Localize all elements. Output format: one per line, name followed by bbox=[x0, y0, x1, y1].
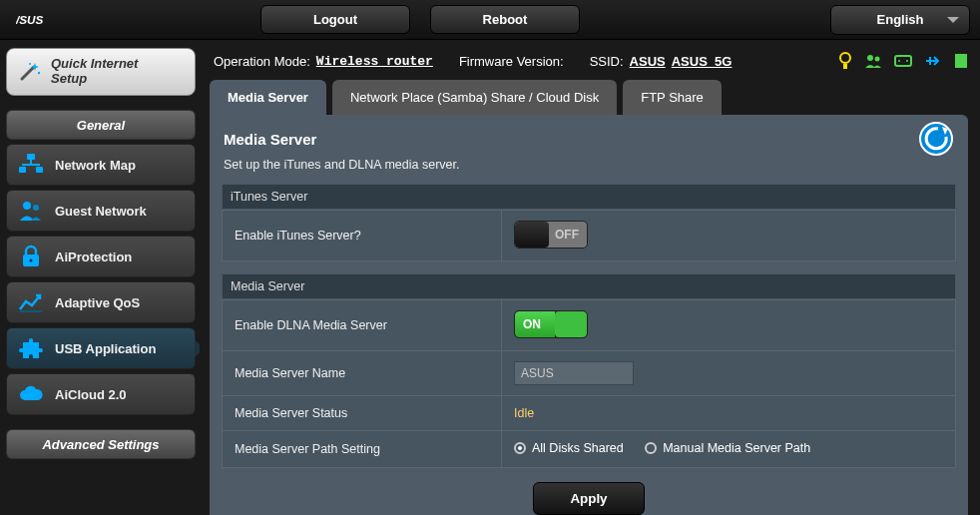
svg-point-16 bbox=[867, 55, 873, 61]
media-status-value: Idle bbox=[514, 406, 534, 420]
users-icon[interactable] bbox=[864, 53, 882, 69]
panel: Media Server Set up the iTunes and DLNA … bbox=[210, 115, 968, 515]
sidebar-item-network-map[interactable]: Network Map bbox=[6, 144, 196, 186]
sidebar-section-advanced: Advanced Settings bbox=[6, 429, 196, 459]
svg-point-17 bbox=[875, 57, 880, 62]
logout-button[interactable]: Logout bbox=[260, 5, 410, 34]
sidebar-item-adaptive-qos[interactable]: Adaptive QoS bbox=[6, 281, 196, 323]
svg-rect-4 bbox=[27, 154, 35, 160]
svg-point-10 bbox=[33, 205, 39, 211]
ssid-label: SSID: bbox=[590, 54, 624, 69]
svg-rect-18 bbox=[895, 56, 911, 66]
tab-samba-share[interactable]: Network Place (Samba) Share / Cloud Disk bbox=[332, 80, 617, 115]
itunes-toggle[interactable]: OFF bbox=[514, 221, 588, 249]
radio-icon bbox=[645, 442, 657, 454]
sidebar-item-label: AiProtection bbox=[55, 250, 132, 264]
sidebar-item-usb-application[interactable]: USB Application bbox=[6, 327, 196, 369]
qis-label-2: Setup bbox=[51, 72, 138, 87]
radio-all-disks[interactable]: All Disks Shared bbox=[514, 441, 624, 455]
svg-point-14 bbox=[840, 53, 850, 63]
panel-desc: Set up the iTunes and DLNA media server. bbox=[222, 158, 956, 184]
language-select[interactable]: English bbox=[830, 5, 970, 35]
svg-point-19 bbox=[898, 60, 900, 62]
fw-version-label: Firmware Version: bbox=[459, 54, 564, 69]
group-media-header: Media Server bbox=[222, 273, 956, 299]
reboot-button[interactable]: Reboot bbox=[430, 5, 580, 34]
media-name-input[interactable] bbox=[514, 361, 634, 385]
media-table: Enable DLNA Media Server ON Media Server… bbox=[222, 299, 956, 468]
dlna-enable-label: Enable DLNA Media Server bbox=[223, 300, 502, 351]
radio-label: All Disks Shared bbox=[532, 441, 624, 455]
chevron-down-icon bbox=[947, 17, 959, 23]
ssid1-value[interactable]: ASUS bbox=[630, 54, 666, 69]
media-status-label: Media Server Status bbox=[223, 396, 502, 431]
ssid2-value[interactable]: ASUS_5G bbox=[672, 54, 733, 69]
guest-network-icon bbox=[17, 197, 45, 225]
info-line: Operation Mode: Wireless router Firmware… bbox=[210, 48, 968, 80]
disk-icon[interactable] bbox=[954, 53, 968, 69]
language-select-label: English bbox=[877, 12, 924, 27]
radio-manual-path[interactable]: Manual Media Server Path bbox=[645, 441, 810, 455]
sidebar-item-label: AiCloud 2.0 bbox=[55, 387, 127, 402]
topbar: /SUS Logout Reboot English bbox=[0, 0, 980, 40]
tab-ftp-share[interactable]: FTP Share bbox=[623, 80, 722, 115]
panel-title: Media Server bbox=[222, 127, 956, 158]
toggle-off-label: OFF bbox=[555, 228, 579, 242]
svg-rect-7 bbox=[19, 167, 26, 173]
wand-icon bbox=[17, 60, 43, 84]
radio-icon bbox=[514, 442, 526, 454]
shield-lock-icon bbox=[17, 243, 45, 270]
svg-rect-21 bbox=[955, 54, 967, 68]
sidebar: Quick Internet Setup General Network Map bbox=[0, 40, 200, 515]
svg-text:/SUS: /SUS bbox=[16, 12, 43, 25]
sidebar-item-label: Adaptive QoS bbox=[55, 295, 140, 310]
tabs: Media Server Network Place (Samba) Share… bbox=[210, 80, 968, 115]
svg-rect-15 bbox=[843, 64, 847, 69]
quick-internet-setup-button[interactable]: Quick Internet Setup bbox=[6, 48, 196, 96]
sidebar-item-label: Network Map bbox=[55, 158, 136, 173]
puzzle-icon bbox=[17, 334, 45, 362]
qis-label-1: Quick Internet bbox=[51, 57, 138, 72]
itunes-enable-label: Enable iTunes Server? bbox=[223, 211, 502, 261]
tab-media-server[interactable]: Media Server bbox=[210, 80, 326, 115]
sidebar-section-general: General bbox=[6, 110, 196, 140]
svg-rect-8 bbox=[36, 167, 43, 173]
sidebar-item-label: USB Application bbox=[55, 341, 156, 356]
svg-point-2 bbox=[38, 72, 40, 74]
bulb-icon[interactable] bbox=[838, 52, 852, 70]
svg-point-3 bbox=[29, 63, 31, 65]
link-icon[interactable] bbox=[894, 53, 912, 69]
op-mode-label: Operation Mode: bbox=[214, 54, 310, 69]
chart-icon bbox=[17, 288, 45, 316]
media-name-label: Media Server Name bbox=[223, 351, 502, 396]
dlna-toggle[interactable]: ON bbox=[514, 310, 588, 338]
usb-icon[interactable] bbox=[924, 54, 942, 68]
svg-line-1 bbox=[22, 67, 34, 79]
content: Operation Mode: Wireless router Firmware… bbox=[200, 40, 980, 515]
sidebar-item-aiprotection[interactable]: AiProtection bbox=[6, 236, 196, 277]
asus-logo: /SUS bbox=[16, 11, 81, 29]
group-itunes-header: iTunes Server bbox=[222, 184, 956, 210]
toggle-on-label: ON bbox=[523, 317, 541, 331]
media-path-label: Media Server Path Setting bbox=[223, 431, 502, 468]
network-map-icon bbox=[17, 151, 45, 179]
back-button[interactable] bbox=[918, 121, 954, 157]
apply-button[interactable]: Apply bbox=[533, 482, 644, 515]
cloud-icon bbox=[17, 380, 45, 408]
svg-point-12 bbox=[30, 259, 33, 262]
sidebar-item-guest-network[interactable]: Guest Network bbox=[6, 190, 196, 232]
radio-label: Manual Media Server Path bbox=[663, 441, 810, 455]
svg-point-9 bbox=[23, 202, 31, 210]
op-mode-value[interactable]: Wireless router bbox=[316, 54, 433, 69]
sidebar-item-label: Guest Network bbox=[55, 204, 147, 219]
itunes-table: Enable iTunes Server? OFF bbox=[222, 210, 956, 261]
svg-point-20 bbox=[906, 60, 908, 62]
sidebar-item-aicloud[interactable]: AiCloud 2.0 bbox=[6, 373, 196, 415]
